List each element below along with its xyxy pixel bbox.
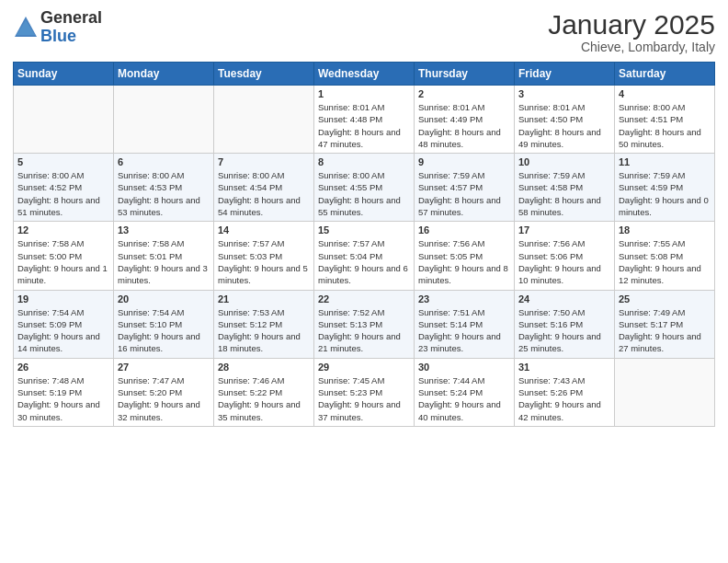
logo-general-text: General	[40, 9, 102, 28]
day-cell: 7Sunrise: 8:00 AM Sunset: 4:54 PM Daylig…	[214, 154, 314, 222]
month-title: January 2025	[548, 9, 715, 40]
day-cell: 30Sunrise: 7:44 AM Sunset: 5:24 PM Dayli…	[415, 358, 515, 426]
day-number: 3	[518, 88, 610, 99]
col-friday: Friday	[515, 63, 615, 86]
day-cell: 29Sunrise: 7:45 AM Sunset: 5:23 PM Dayli…	[314, 358, 415, 426]
day-info: Sunrise: 8:01 AM Sunset: 4:50 PM Dayligh…	[518, 101, 610, 150]
day-info: Sunrise: 8:00 AM Sunset: 4:51 PM Dayligh…	[619, 101, 711, 150]
day-number: 1	[318, 88, 410, 99]
day-cell: 19Sunrise: 7:54 AM Sunset: 5:09 PM Dayli…	[14, 290, 114, 358]
week-row-2: 12Sunrise: 7:58 AM Sunset: 5:00 PM Dayli…	[14, 222, 715, 290]
day-number: 22	[318, 293, 410, 304]
day-cell: 5Sunrise: 8:00 AM Sunset: 4:52 PM Daylig…	[14, 154, 114, 222]
day-info: Sunrise: 8:00 AM Sunset: 4:53 PM Dayligh…	[118, 169, 210, 218]
day-info: Sunrise: 7:57 AM Sunset: 5:03 PM Dayligh…	[218, 237, 310, 286]
logo-blue-text: Blue	[40, 28, 102, 46]
week-row-1: 5Sunrise: 8:00 AM Sunset: 4:52 PM Daylig…	[14, 154, 715, 222]
day-cell	[615, 358, 715, 426]
day-number: 25	[619, 293, 711, 304]
day-info: Sunrise: 7:45 AM Sunset: 5:23 PM Dayligh…	[318, 374, 410, 423]
day-info: Sunrise: 7:56 AM Sunset: 5:05 PM Dayligh…	[418, 237, 510, 286]
day-cell: 14Sunrise: 7:57 AM Sunset: 5:03 PM Dayli…	[214, 222, 314, 290]
logo-icon	[13, 15, 39, 40]
day-cell: 8Sunrise: 8:00 AM Sunset: 4:55 PM Daylig…	[314, 154, 415, 222]
day-number: 29	[318, 362, 410, 373]
weekday-row: Sunday Monday Tuesday Wednesday Thursday…	[14, 63, 715, 86]
day-number: 7	[218, 156, 310, 167]
col-monday: Monday	[114, 63, 214, 86]
day-number: 27	[118, 362, 210, 373]
day-info: Sunrise: 7:49 AM Sunset: 5:17 PM Dayligh…	[619, 306, 711, 355]
day-info: Sunrise: 7:43 AM Sunset: 5:26 PM Dayligh…	[518, 374, 610, 423]
day-info: Sunrise: 7:57 AM Sunset: 5:04 PM Dayligh…	[318, 237, 410, 286]
day-info: Sunrise: 7:51 AM Sunset: 5:14 PM Dayligh…	[418, 306, 510, 355]
day-info: Sunrise: 7:59 AM Sunset: 4:57 PM Dayligh…	[418, 169, 510, 218]
day-info: Sunrise: 7:48 AM Sunset: 5:19 PM Dayligh…	[17, 374, 109, 423]
day-number: 31	[518, 362, 610, 373]
title-block: January 2025 Chieve, Lombardy, Italy	[548, 9, 715, 54]
day-number: 10	[518, 156, 610, 167]
day-cell: 16Sunrise: 7:56 AM Sunset: 5:05 PM Dayli…	[415, 222, 515, 290]
location-title: Chieve, Lombardy, Italy	[548, 40, 715, 54]
col-sunday: Sunday	[14, 63, 114, 86]
day-info: Sunrise: 7:56 AM Sunset: 5:06 PM Dayligh…	[518, 237, 610, 286]
week-row-0: 1Sunrise: 8:01 AM Sunset: 4:48 PM Daylig…	[14, 86, 715, 154]
day-number: 15	[318, 224, 410, 236]
day-number: 14	[218, 224, 310, 236]
day-cell	[114, 86, 214, 154]
day-cell: 18Sunrise: 7:55 AM Sunset: 5:08 PM Dayli…	[615, 222, 715, 290]
day-cell: 11Sunrise: 7:59 AM Sunset: 4:59 PM Dayli…	[615, 154, 715, 222]
day-number: 9	[418, 156, 510, 167]
day-info: Sunrise: 7:50 AM Sunset: 5:16 PM Dayligh…	[518, 306, 610, 355]
day-cell: 28Sunrise: 7:46 AM Sunset: 5:22 PM Dayli…	[214, 358, 314, 426]
day-number: 19	[17, 293, 109, 304]
logo-text: General Blue	[40, 9, 102, 46]
day-info: Sunrise: 8:01 AM Sunset: 4:49 PM Dayligh…	[418, 101, 510, 150]
col-thursday: Thursday	[415, 63, 515, 86]
day-info: Sunrise: 7:53 AM Sunset: 5:12 PM Dayligh…	[218, 306, 310, 355]
day-cell: 24Sunrise: 7:50 AM Sunset: 5:16 PM Dayli…	[515, 290, 615, 358]
svg-marker-1	[17, 20, 35, 35]
day-info: Sunrise: 7:54 AM Sunset: 5:10 PM Dayligh…	[118, 306, 210, 355]
day-number: 12	[17, 224, 109, 236]
day-cell: 17Sunrise: 7:56 AM Sunset: 5:06 PM Dayli…	[515, 222, 615, 290]
page: General Blue January 2025 Chieve, Lombar…	[0, 0, 728, 563]
day-number: 13	[118, 224, 210, 236]
day-number: 24	[518, 293, 610, 304]
day-cell: 9Sunrise: 7:59 AM Sunset: 4:57 PM Daylig…	[415, 154, 515, 222]
day-cell: 25Sunrise: 7:49 AM Sunset: 5:17 PM Dayli…	[615, 290, 715, 358]
day-info: Sunrise: 8:00 AM Sunset: 4:55 PM Dayligh…	[318, 169, 410, 218]
calendar-body: 1Sunrise: 8:01 AM Sunset: 4:48 PM Daylig…	[14, 86, 715, 427]
day-cell: 21Sunrise: 7:53 AM Sunset: 5:12 PM Dayli…	[214, 290, 314, 358]
day-cell: 13Sunrise: 7:58 AM Sunset: 5:01 PM Dayli…	[114, 222, 214, 290]
day-info: Sunrise: 8:00 AM Sunset: 4:54 PM Dayligh…	[218, 169, 310, 218]
day-info: Sunrise: 7:44 AM Sunset: 5:24 PM Dayligh…	[418, 374, 510, 423]
day-number: 6	[118, 156, 210, 167]
day-info: Sunrise: 8:01 AM Sunset: 4:48 PM Dayligh…	[318, 101, 410, 150]
day-number: 4	[619, 88, 711, 99]
day-cell: 1Sunrise: 8:01 AM Sunset: 4:48 PM Daylig…	[314, 86, 415, 154]
day-cell: 27Sunrise: 7:47 AM Sunset: 5:20 PM Dayli…	[114, 358, 214, 426]
day-info: Sunrise: 7:46 AM Sunset: 5:22 PM Dayligh…	[218, 374, 310, 423]
day-number: 5	[17, 156, 109, 167]
day-cell: 23Sunrise: 7:51 AM Sunset: 5:14 PM Dayli…	[415, 290, 515, 358]
day-info: Sunrise: 7:47 AM Sunset: 5:20 PM Dayligh…	[118, 374, 210, 423]
day-number: 8	[318, 156, 410, 167]
day-cell: 26Sunrise: 7:48 AM Sunset: 5:19 PM Dayli…	[14, 358, 114, 426]
day-number: 16	[418, 224, 510, 236]
col-saturday: Saturday	[615, 63, 715, 86]
day-cell: 10Sunrise: 7:59 AM Sunset: 4:58 PM Dayli…	[515, 154, 615, 222]
header: General Blue January 2025 Chieve, Lombar…	[13, 9, 715, 54]
day-cell: 15Sunrise: 7:57 AM Sunset: 5:04 PM Dayli…	[314, 222, 415, 290]
day-cell: 12Sunrise: 7:58 AM Sunset: 5:00 PM Dayli…	[14, 222, 114, 290]
day-info: Sunrise: 8:00 AM Sunset: 4:52 PM Dayligh…	[17, 169, 109, 218]
day-number: 11	[619, 156, 711, 167]
day-number: 28	[218, 362, 310, 373]
day-info: Sunrise: 7:54 AM Sunset: 5:09 PM Dayligh…	[17, 306, 109, 355]
col-tuesday: Tuesday	[214, 63, 314, 86]
day-cell: 22Sunrise: 7:52 AM Sunset: 5:13 PM Dayli…	[314, 290, 415, 358]
day-number: 2	[418, 88, 510, 99]
week-row-3: 19Sunrise: 7:54 AM Sunset: 5:09 PM Dayli…	[14, 290, 715, 358]
day-cell: 31Sunrise: 7:43 AM Sunset: 5:26 PM Dayli…	[515, 358, 615, 426]
day-info: Sunrise: 7:52 AM Sunset: 5:13 PM Dayligh…	[318, 306, 410, 355]
